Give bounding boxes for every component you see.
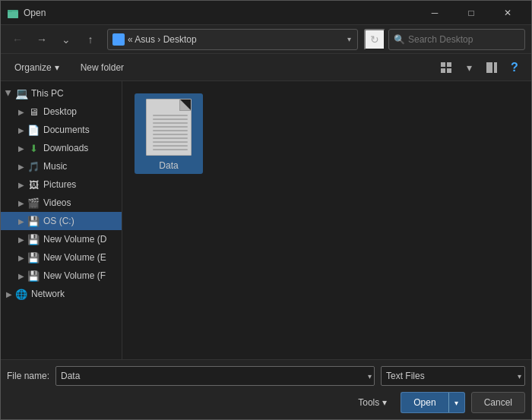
- maximize-button[interactable]: □: [454, 1, 489, 25]
- search-icon: 🔍: [394, 34, 405, 45]
- drive-c-icon: 💾: [27, 214, 40, 228]
- chevron-icon: ▶: [16, 161, 27, 172]
- chevron-icon: ▶: [4, 88, 14, 99]
- tools-label: Tools: [358, 397, 379, 408]
- organize-arrow: ▾: [55, 62, 59, 73]
- file-page: [146, 99, 192, 156]
- recent-locations-button[interactable]: ⌄: [55, 29, 77, 50]
- drive-f-icon: 💾: [27, 269, 40, 283]
- sidebar-item-new-vol-e[interactable]: ▶ 💾 New Volume (E: [1, 248, 122, 267]
- sidebar-item-documents[interactable]: ▶ 📄 Documents: [1, 121, 122, 139]
- cancel-button[interactable]: Cancel: [471, 392, 525, 413]
- svg-rect-2: [8, 10, 12, 12]
- search-input[interactable]: [408, 34, 520, 45]
- this-pc-icon: 💻: [14, 87, 28, 100]
- videos-icon: 🎬: [27, 196, 40, 210]
- chevron-icon: ▶: [16, 179, 27, 190]
- chevron-icon: ▶: [16, 143, 27, 153]
- drive-d-icon: 💾: [27, 232, 40, 246]
- file-line: [153, 122, 188, 124]
- title-bar: Open ─ □ ✕: [1, 1, 531, 25]
- sidebar-item-label: New Volume (E: [43, 252, 106, 263]
- filetype-select[interactable]: Text Files ▾: [381, 366, 525, 386]
- chevron-icon: ▶: [16, 234, 27, 245]
- file-line: [153, 134, 188, 135]
- sidebar: ▶ 💻 This PC ▶ 🖥 Desktop ▶ 📄 Documents ▶ …: [1, 81, 122, 359]
- svg-rect-5: [441, 68, 445, 73]
- search-box[interactable]: 🔍: [388, 29, 525, 50]
- close-button[interactable]: ✕: [490, 1, 525, 25]
- sidebar-item-desktop[interactable]: ▶ 🖥 Desktop: [1, 103, 122, 121]
- new-folder-button[interactable]: New folder: [73, 57, 131, 78]
- sidebar-item-music[interactable]: ▶ 🎵 Music: [1, 157, 122, 175]
- network-icon: 🌐: [14, 287, 28, 301]
- action-row: Tools ▾ Open ▾ Cancel: [7, 392, 525, 413]
- filename-label: File name:: [7, 371, 49, 381]
- sidebar-item-this-pc[interactable]: ▶ 💻 This PC: [1, 84, 122, 103]
- chevron-icon: ▶: [16, 216, 27, 226]
- action-bar: Organize ▾ New folder ▾ ?: [1, 54, 531, 81]
- dialog-icon: [7, 7, 19, 19]
- pictures-icon: 🖼: [27, 178, 40, 191]
- organize-label: Organize: [14, 62, 52, 73]
- filename-dropdown-arrow[interactable]: ▾: [368, 372, 372, 381]
- refresh-button[interactable]: ↻: [364, 29, 385, 50]
- open-button-group: Open ▾: [401, 392, 464, 413]
- back-button[interactable]: ←: [7, 29, 28, 50]
- filetype-dropdown-arrow: ▾: [518, 372, 521, 381]
- chevron-icon: ▶: [16, 252, 27, 263]
- open-dropdown-button[interactable]: ▾: [448, 392, 465, 413]
- main-content: ▶ 💻 This PC ▶ 🖥 Desktop ▶ 📄 Documents ▶ …: [1, 81, 531, 359]
- tools-arrow: ▾: [382, 397, 387, 408]
- preview-toggle-button[interactable]: [481, 57, 502, 78]
- help-button[interactable]: ?: [504, 57, 525, 78]
- svg-rect-3: [441, 62, 445, 67]
- filename-input[interactable]: [55, 366, 375, 386]
- address-text: « Asus › Desktop: [128, 34, 346, 45]
- file-corner: [180, 99, 191, 110]
- sidebar-item-label: Pictures: [43, 179, 76, 190]
- sidebar-item-label: New Volume (F: [43, 270, 106, 281]
- sidebar-item-label: Documents: [43, 125, 90, 135]
- chevron-icon: ▶: [16, 106, 27, 117]
- window-controls: ─ □ ✕: [417, 1, 525, 25]
- sidebar-item-network[interactable]: ▶ 🌐 Network: [1, 285, 122, 303]
- chevron-icon: ▶: [4, 289, 14, 299]
- up-button[interactable]: ↑: [80, 29, 101, 50]
- minimize-button[interactable]: ─: [417, 1, 452, 25]
- sidebar-item-new-vol-f[interactable]: ▶ 💾 New Volume (F: [1, 267, 122, 285]
- tools-button[interactable]: Tools ▾: [350, 392, 394, 413]
- filetype-text: Text Files: [386, 371, 506, 381]
- sidebar-item-os-c[interactable]: ▶ 💾 OS (C:): [1, 212, 122, 230]
- sidebar-item-label: This PC: [31, 88, 64, 99]
- sidebar-item-new-vol-d[interactable]: ▶ 💾 New Volume (D: [1, 230, 122, 248]
- sidebar-item-label: Network: [31, 289, 65, 299]
- sidebar-item-pictures[interactable]: ▶ 🖼 Pictures: [1, 175, 122, 194]
- chevron-icon: ▶: [16, 197, 27, 208]
- view-toggle-button[interactable]: [435, 57, 457, 78]
- address-icon: [112, 33, 125, 46]
- file-area[interactable]: Data: [122, 81, 531, 359]
- svg-rect-6: [447, 68, 451, 73]
- sidebar-item-label: New Volume (D: [43, 234, 106, 245]
- open-button[interactable]: Open: [401, 392, 448, 413]
- address-dropdown-arrow[interactable]: ▾: [346, 33, 353, 45]
- view-dropdown-button[interactable]: ▾: [458, 57, 480, 78]
- sidebar-item-downloads[interactable]: ▶ ⬇ Downloads: [1, 139, 122, 157]
- sidebar-item-label: Downloads: [43, 143, 88, 153]
- file-line: [153, 141, 188, 143]
- downloads-icon: ⬇: [27, 141, 40, 155]
- svg-rect-1: [8, 11, 18, 18]
- toolbar: ← → ⌄ ↑ « Asus › Desktop ▾ ↻ 🔍: [1, 25, 531, 54]
- file-line: [153, 115, 188, 116]
- address-bar[interactable]: « Asus › Desktop ▾: [107, 29, 358, 50]
- file-lines: [153, 115, 188, 150]
- chevron-icon: ▶: [16, 125, 27, 135]
- sidebar-item-label: Videos: [43, 197, 71, 208]
- svg-rect-4: [447, 62, 451, 67]
- file-item-data[interactable]: Data: [135, 93, 203, 174]
- forward-button[interactable]: →: [31, 29, 52, 50]
- sidebar-item-videos[interactable]: ▶ 🎬 Videos: [1, 194, 122, 212]
- file-line: [153, 118, 188, 120]
- organize-button[interactable]: Organize ▾: [7, 57, 67, 78]
